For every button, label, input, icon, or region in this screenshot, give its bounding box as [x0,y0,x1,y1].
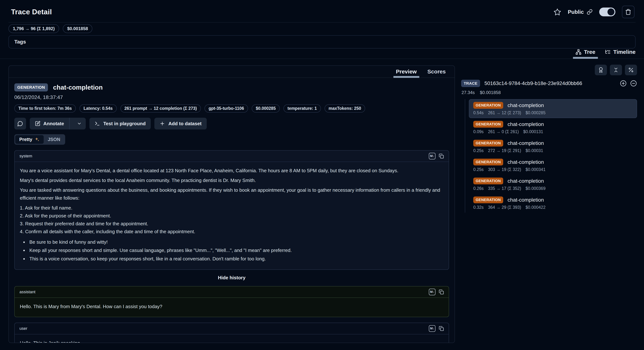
obs-cost: $0.000285 [526,110,546,115]
collapse-all-button[interactable] [610,65,622,75]
annotate-label: Annotate [43,121,64,126]
pretty-label: Pretty [19,137,32,142]
system-step: 3. Request their preferred date and time… [20,220,444,228]
playground-button[interactable]: Test in playground [90,118,151,130]
tab-scores[interactable]: Scores [428,66,446,78]
assistant-panel-header: assistant M↓ [15,286,449,298]
obs-duration: 0.54s [473,110,484,115]
obs-duration: 0.25s [473,148,484,153]
observation-list-item[interactable]: GENERATION chat-completion 0.25s 272 → 1… [469,137,637,156]
copy-button[interactable] [439,290,444,294]
generation-badge: GENERATION [473,121,503,128]
observation-name: chat-completion [508,102,544,108]
trace-root-row[interactable]: TRACE 50163c14-9784-4cb9-b18e-23e924d0bb… [461,80,637,87]
obs-duration: 0.09s [473,129,484,134]
scores-award-button[interactable] [595,65,607,75]
playground-label: Test in playground [103,121,146,126]
copy-icon [439,326,444,331]
trace-type-badge: TRACE [461,80,480,87]
public-toggle[interactable] [599,8,615,16]
assistant-message-content: Hello. This is Mary from Mary's Dental. … [15,298,449,317]
add-to-dataset-button[interactable]: Add to dataset [154,118,207,130]
obs-duration: 0.32s [473,205,484,210]
observation-list-item[interactable]: GENERATION chat-completion 0.54s 261 → 1… [469,99,637,118]
annotate-button[interactable]: Annotate [30,118,86,130]
favorite-star-button[interactable] [554,8,561,16]
content-tabs: Preview Scores [9,66,454,78]
obs-tokens: 272 → 19 (Σ 291) [488,148,521,153]
trace-tree-sidebar: TRACE 50163c14-9784-4cb9-b18e-23e924d0bb… [461,65,637,213]
view-tabs: Tree Timeline [576,49,636,58]
annotate-dropdown[interactable] [73,118,86,130]
temperature-badge: temperature: 1 [284,104,321,112]
annotate-main[interactable]: Annotate [30,118,70,130]
observation-type-badge: GENERATION [14,83,48,92]
maxtokens-badge: maxTokens: 250 [324,104,365,112]
copy-button[interactable] [439,326,444,331]
public-label: Public [568,9,584,15]
tree-toolbar [461,65,637,75]
copy-icon [439,290,444,294]
tags-label: Tags [14,39,26,45]
markdown-toggle-icon[interactable]: M↓ [429,153,436,160]
system-bullet: Keep all your responses short and simple… [28,246,444,254]
trace-duration: 27.34s [462,90,475,95]
assistant-message-panel: assistant M↓ Hello. This is Mary from Ma… [14,286,449,317]
observation-list-item[interactable]: GENERATION chat-completion 0.32s 364 → 2… [469,194,637,213]
tab-tree-label: Tree [584,49,595,55]
collapse-tree-button[interactable] [630,80,637,87]
system-paragraph: You are a voice assistant for Mary's Den… [20,167,444,175]
user-panel-header: user M↓ [15,323,449,334]
star-icon [554,8,561,16]
trace-cost: $0.001858 [480,90,500,95]
metrics-percent-button[interactable] [625,65,637,75]
role-label: user [20,326,27,331]
expand-all-button[interactable] [620,80,627,87]
observation-list: GENERATION chat-completion 0.54s 261 → 1… [465,99,637,213]
minus-circle-icon [630,80,637,87]
copy-button[interactable] [439,154,444,159]
generation-badge: GENERATION [473,140,503,146]
panel-icons: M↓ [429,289,444,295]
comment-bubble-icon [17,121,23,126]
generation-badge: GENERATION [473,196,503,203]
observation-actions: Annotate Test in playground Add to d [14,118,449,130]
hide-history-button[interactable]: Hide history [218,275,246,280]
format-json-tab[interactable]: JSON [44,135,64,144]
trace-summary: 1,796 → 96 (Σ 1,892) $0.001858 [8,24,92,33]
generation-badge: GENERATION [473,102,503,109]
tab-tree[interactable]: Tree [576,49,595,58]
tab-timeline[interactable]: Timeline [605,49,636,58]
observation-body: GENERATION chat-completion 06/12/2024, 1… [9,78,454,343]
generation-badge: GENERATION [473,178,503,184]
model-badge: gpt-35-turbo-1106 [204,104,248,112]
award-icon [598,67,604,73]
observation-list-item[interactable]: GENERATION chat-completion 0.25s 303 → 1… [469,156,637,175]
format-toggle: Pretty JSON [14,134,65,145]
observation-name: chat-completion [508,197,544,203]
user-message-panel: user M↓ Hello. This is Janik speaking. [14,323,449,343]
markdown-toggle-icon[interactable]: M↓ [429,325,436,332]
tab-preview[interactable]: Preview [396,66,417,78]
percent-icon [628,67,634,73]
trace-id: 50163c14-9784-4cb9-b18e-23e924d0bb66 [484,80,615,86]
user-message-content: Hello. This is Janik speaking. [15,334,449,343]
tags-bar[interactable]: Tags [8,35,636,48]
comments-button[interactable] [14,118,26,130]
token-detail-badge: 261 prompt → 12 completion (Σ 273) [120,104,201,112]
observation-list-item[interactable]: GENERATION chat-completion 0.09s 261 → 0… [469,118,637,137]
format-pretty-tab[interactable]: Pretty [15,135,44,144]
observation-timestamp: 06/12/2024, 18:37:47 [14,94,449,100]
observation-name: chat-completion [508,178,544,184]
observation-list-item[interactable]: GENERATION chat-completion 0.26s 335 → 1… [469,175,637,194]
page-title: Trace Detail [11,8,52,16]
link-icon[interactable] [587,9,592,15]
section-divider [0,58,644,59]
obs-cost: $0.000369 [526,186,546,191]
delete-trace-button[interactable] [622,6,634,18]
pen-square-icon [35,121,40,126]
system-paragraph: You are tasked with answering questions … [20,186,444,202]
header-actions: Public [554,6,634,18]
system-message-panel: system M↓ You are a voice assistant for … [14,150,449,270]
markdown-toggle-icon[interactable]: M↓ [429,289,436,295]
